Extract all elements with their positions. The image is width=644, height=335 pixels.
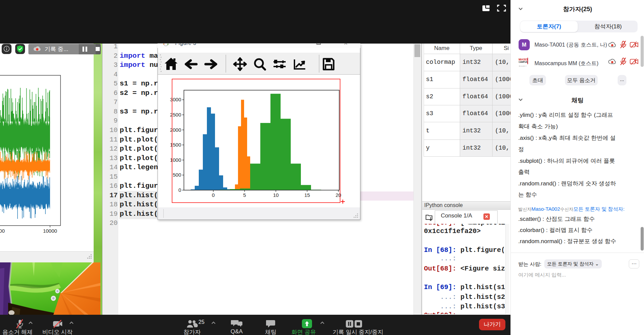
svg-text:3000: 3000: [170, 97, 181, 102]
svg-text:0: 0: [212, 192, 215, 198]
svg-text:5: 5: [243, 192, 246, 198]
svg-text:2500: 2500: [170, 112, 181, 118]
svg-text:1000: 1000: [170, 157, 181, 163]
svg-text:10000: 10000: [43, 228, 57, 234]
svg-text:000: 000: [0, 228, 5, 234]
svg-text:15: 15: [304, 192, 310, 198]
svg-text:2000: 2000: [170, 127, 181, 133]
svg-text:1500: 1500: [170, 142, 181, 148]
svg-text:10: 10: [273, 192, 279, 198]
svg-text:500: 500: [173, 172, 181, 178]
svg-text:20: 20: [336, 192, 341, 198]
svg-text:0: 0: [178, 187, 181, 193]
